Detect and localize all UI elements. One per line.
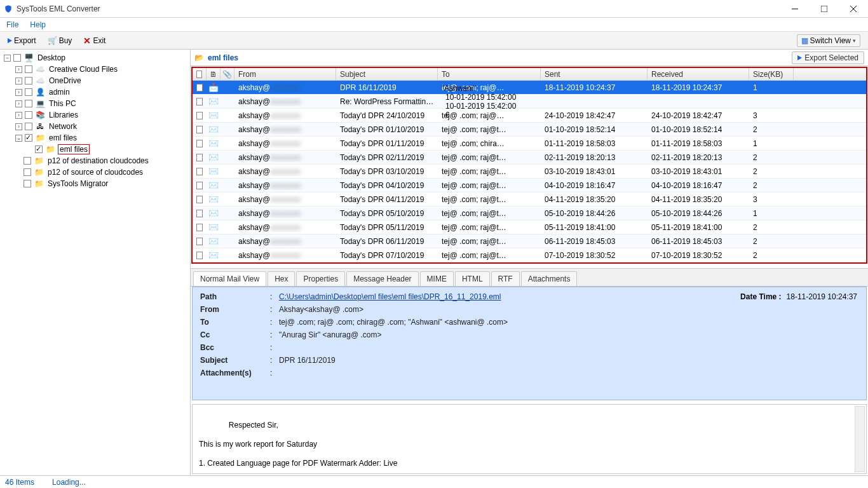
mail-body[interactable]: Respected Sir, This is my work report fo… — [192, 404, 867, 474]
switch-view-button[interactable]: ▦ Switch View ▾ — [797, 34, 860, 47]
collapse-icon[interactable]: − — [4, 55, 11, 62]
tree-node[interactable]: 📁 p12 of source of cloudcodes — [13, 166, 189, 178]
table-row[interactable]: ✉️ akshay@xxxxxxxx Re: WordPress Formatt… — [193, 95, 866, 109]
cell-from: akshay@xxxxxxxx — [234, 209, 336, 218]
envelope-icon: ✉️ — [208, 97, 219, 106]
export-button[interactable]: Export — [4, 35, 40, 46]
table-row[interactable]: ✉️ akshay@xxxxxxxx Today's DPR 04/10/201… — [193, 179, 866, 193]
maximize-button[interactable] — [810, 0, 839, 18]
cell-from: akshay@xxxxxxxx — [234, 181, 336, 190]
tree-node[interactable]: › 📚 Libraries — [13, 109, 189, 121]
close-button[interactable] — [839, 0, 868, 18]
expand-icon[interactable]: › — [15, 112, 22, 119]
table-row[interactable]: ✉️ akshay@xxxxxxxx Today's DPR 01/10/201… — [193, 123, 866, 137]
checkbox[interactable] — [25, 77, 32, 85]
table-row[interactable]: ✉️ akshay@xxxxxxxx Today's DPR 01/11/201… — [193, 137, 866, 151]
column-attachment[interactable]: 📎 — [220, 68, 234, 80]
row-checkbox[interactable] — [196, 98, 203, 105]
collapse-icon[interactable]: ⌄ — [15, 135, 22, 142]
column-subject[interactable]: Subject — [336, 68, 438, 80]
menu-file[interactable]: File — [6, 20, 18, 29]
table-row[interactable]: ✉️ akshay@xxxxxxxx Today's DPR 03/10/201… — [193, 165, 866, 179]
checkbox[interactable] — [13, 54, 21, 62]
tab-mime[interactable]: MIME — [420, 271, 454, 286]
row-checkbox[interactable] — [196, 112, 203, 119]
tree-node[interactable]: 📁 SysTools Migrator — [13, 178, 189, 189]
expand-icon[interactable]: › — [15, 100, 22, 107]
cell-subject: Today's DPR 02/11/2019 — [336, 153, 438, 162]
tab-html[interactable]: HTML — [455, 271, 490, 286]
export-selected-button[interactable]: Export Selected — [792, 51, 864, 64]
row-checkbox[interactable] — [196, 224, 203, 231]
row-checkbox[interactable] — [196, 238, 203, 245]
tab-rtf[interactable]: RTF — [491, 271, 520, 286]
expand-icon[interactable]: › — [15, 66, 22, 73]
menu-help[interactable]: Help — [30, 20, 46, 29]
checkbox[interactable] — [24, 180, 31, 187]
tree-node[interactable]: › 👤 admin — [13, 86, 189, 98]
tab-hex[interactable]: Hex — [268, 271, 295, 286]
checkbox[interactable] — [24, 168, 31, 176]
tree-node[interactable]: 📁 p12 of destination cloudcodes — [13, 155, 189, 166]
tab-attachments[interactable]: Attachments — [521, 271, 578, 286]
column-from[interactable]: From — [234, 68, 336, 80]
row-checkbox[interactable] — [196, 210, 203, 217]
table-row[interactable]: ✉️ akshay@xxxxxxxx Today's DPR 05/11/201… — [193, 220, 866, 234]
buy-button[interactable]: 🛒Buy — [44, 35, 76, 46]
export-icon — [8, 38, 12, 43]
column-checkbox[interactable] — [193, 68, 207, 80]
tree-node-desktop[interactable]: − 🖥️ Desktop — [1, 52, 189, 64]
checkbox[interactable] — [25, 111, 32, 119]
tab-message-header[interactable]: Message Header — [346, 271, 418, 286]
checkbox[interactable] — [25, 65, 32, 73]
tab-properties[interactable]: Properties — [296, 271, 345, 286]
envelope-icon: ✉️ — [208, 250, 219, 260]
checkbox[interactable] — [25, 123, 32, 130]
row-checkbox[interactable] — [196, 126, 203, 133]
row-checkbox[interactable] — [196, 252, 203, 259]
column-received[interactable]: Received — [648, 68, 749, 80]
table-row[interactable]: ✉️ akshay@xxxxxxxx Today's DPR 02/11/201… — [193, 151, 866, 165]
cell-to: tej@ .com; chira… — [438, 139, 541, 148]
column-to[interactable]: To — [438, 68, 541, 80]
checkbox[interactable] — [25, 88, 32, 96]
tree-node-eml-root[interactable]: ⌄ 📁 eml files — [13, 132, 189, 144]
checkbox[interactable] — [25, 134, 32, 142]
minimize-button[interactable] — [780, 0, 810, 18]
column-icon[interactable]: 🗎 — [207, 68, 220, 80]
expand-icon[interactable]: › — [15, 78, 22, 85]
checkbox[interactable] — [24, 157, 31, 165]
tree-node[interactable]: › ☁️ Creative Cloud Files — [13, 64, 189, 75]
row-checkbox[interactable] — [196, 154, 203, 161]
row-checkbox[interactable] — [196, 84, 203, 92]
row-checkbox[interactable] — [196, 182, 203, 189]
table-row[interactable]: ✉️ akshay@xxxxxxxx Today's DPR 07/10/201… — [193, 248, 866, 262]
table-row[interactable]: ✉️ akshay@xxxxxxxx Today's DPR 04/11/201… — [193, 193, 866, 207]
tree-node-eml-sel[interactable]: 📁 eml files — [24, 144, 189, 155]
cell-received: 24-10-2019 18:42:47 — [648, 111, 749, 120]
scrollbar[interactable] — [855, 406, 865, 472]
column-size[interactable]: Size(KB) — [749, 68, 794, 80]
tree-node[interactable]: › 🖧 Network — [13, 121, 189, 132]
checkbox[interactable] — [25, 100, 32, 107]
column-sent[interactable]: Sent — [541, 68, 648, 80]
window-title: SysTools EML Converter — [17, 4, 780, 13]
path-link[interactable]: C:\Users\admin\Desktop\eml files\eml fil… — [279, 292, 501, 301]
tree-node[interactable]: › 💻 This PC — [13, 98, 189, 109]
row-checkbox[interactable] — [196, 168, 203, 175]
table-row[interactable]: ✉️ akshay@xxxxxxxx Today'd DPR 24/10/201… — [193, 109, 866, 123]
expand-icon[interactable]: › — [15, 123, 22, 130]
tree-node[interactable]: › ☁️ OneDrive — [13, 75, 189, 86]
tab-normal-mail-view[interactable]: Normal Mail View — [193, 271, 266, 286]
row-checkbox[interactable] — [196, 140, 203, 147]
table-row[interactable]: ✉️ akshay@xxxxxxxx Today's DPR 06/11/201… — [193, 234, 866, 248]
checkbox[interactable] — [35, 146, 43, 153]
row-checkbox[interactable] — [196, 196, 203, 203]
cell-received: 05-11-2019 18:41:00 — [648, 223, 749, 232]
table-row[interactable]: ✉️ akshay@xxxxxxxx Today's DPR 05/10/201… — [193, 207, 866, 220]
expand-icon[interactable]: › — [15, 89, 22, 96]
exit-button[interactable]: ✕Exit — [79, 35, 109, 46]
folder-tree[interactable]: − 🖥️ Desktop › ☁️ Creative Cloud Files ›… — [0, 50, 191, 475]
preview-tabs: Normal Mail ViewHexPropertiesMessage Hea… — [191, 268, 868, 287]
folder-icon: 📁 — [35, 133, 45, 142]
